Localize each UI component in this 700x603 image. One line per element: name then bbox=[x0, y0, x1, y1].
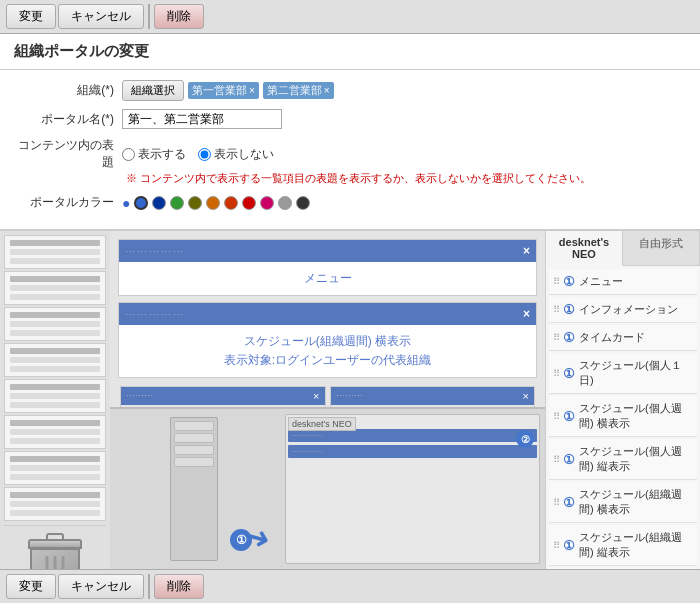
right-item-timecard[interactable]: ⠿ ① タイムカード bbox=[549, 325, 697, 351]
sidebar-widget-0[interactable] bbox=[4, 235, 106, 269]
color-red-orange[interactable] bbox=[224, 196, 238, 210]
sidebar-widget-2[interactable] bbox=[4, 307, 106, 341]
update-button-bottom[interactable]: 変更 bbox=[6, 574, 56, 599]
webmail-dots: ⋯⋯⋯ bbox=[126, 391, 153, 401]
portal-canvas: ⋯⋯⋯⋯⋯ × メニュー ⋯⋯⋯⋯⋯ × bbox=[110, 231, 545, 407]
mini-sidebar-item-2 bbox=[174, 433, 214, 443]
org-tag-1-close[interactable]: × bbox=[249, 85, 255, 96]
portal-editor: Trash Box ⋯⋯⋯⋯⋯ × メニュー bbox=[0, 231, 545, 569]
drag-handle-schedule-day: ⠿ bbox=[553, 368, 560, 379]
sidebar-widget-1[interactable] bbox=[4, 271, 106, 305]
step2-badge: ② bbox=[516, 430, 534, 448]
color-selected-indicator: ● bbox=[122, 195, 130, 211]
sidebar-widget-6[interactable] bbox=[4, 451, 106, 485]
tutorial-mini-sidebar bbox=[170, 417, 218, 561]
menu-block-dots: ⋯⋯⋯⋯⋯ bbox=[125, 246, 185, 257]
bookmark-dots: ⋯⋯⋯ bbox=[336, 391, 363, 401]
hide-radio-item[interactable]: 表示しない bbox=[198, 146, 274, 163]
bottom-toolbar: 変更 キャンセル 削除 bbox=[0, 569, 700, 603]
schedule-link[interactable]: スケジュール(組織週間) 横表示 bbox=[125, 333, 530, 350]
portal-block-menu-header[interactable]: ⋯⋯⋯⋯⋯ × bbox=[119, 240, 536, 262]
webmail-close[interactable]: × bbox=[313, 390, 319, 402]
menu-link[interactable]: メニュー bbox=[125, 270, 530, 287]
item-label-info: インフォメーション bbox=[579, 302, 678, 317]
mini-block-2: ⋯⋯⋯⋯ bbox=[288, 445, 537, 458]
color-blue[interactable] bbox=[134, 196, 148, 210]
org-tag-2-close[interactable]: × bbox=[324, 85, 330, 96]
item-label-schedule-week-v: スケジュール(個人週間) 縦表示 bbox=[579, 444, 693, 474]
right-item-schedule-week-h[interactable]: ⠿ ① スケジュール(個人週間) 横表示 bbox=[549, 396, 697, 437]
right-panel-items: ⠿ ① メニュー ⠿ ① インフォメーション ⠿ ① タイムカード ⠿ ① bbox=[546, 266, 700, 569]
sidebar-widget-5[interactable] bbox=[4, 415, 106, 449]
tutorial-area: ① ➜ desknet's NEO bbox=[110, 407, 545, 569]
show-radio[interactable] bbox=[122, 148, 135, 161]
delete-button-bottom[interactable]: 削除 bbox=[154, 574, 204, 599]
item-label-schedule-week-h: スケジュール(個人週間) 横表示 bbox=[579, 401, 693, 431]
item-icon-schedule-org-v: ① bbox=[563, 538, 575, 553]
tab-freeform[interactable]: 自由形式 bbox=[623, 231, 700, 265]
top-toolbar: 変更 キャンセル 削除 bbox=[0, 0, 700, 34]
drag-handle-schedule-org-v: ⠿ bbox=[553, 540, 560, 551]
right-item-schedule-day[interactable]: ⠿ ① スケジュール(個人１日) bbox=[549, 353, 697, 394]
right-item-menu[interactable]: ⠿ ① メニュー bbox=[549, 269, 697, 295]
webmail-block-header[interactable]: ⋯⋯⋯ × bbox=[121, 387, 325, 405]
color-olive[interactable] bbox=[188, 196, 202, 210]
cancel-button-bottom[interactable]: キャンセル bbox=[58, 574, 144, 599]
drag-handle-info: ⠿ bbox=[553, 304, 560, 315]
item-icon-schedule-org-h: ① bbox=[563, 495, 575, 510]
item-label-schedule-org-v: スケジュール(組織週間) 縦表示 bbox=[579, 530, 693, 560]
page-title-bar: 組織ポータルの変更 bbox=[0, 34, 700, 70]
cancel-button-top[interactable]: キャンセル bbox=[58, 4, 144, 29]
content-title-label: コンテンツ内の表題 bbox=[14, 137, 114, 171]
sidebar-widget-3[interactable] bbox=[4, 343, 106, 377]
right-item-schedule-org-h[interactable]: ⠿ ① スケジュール(組織週間) 横表示 bbox=[549, 482, 697, 523]
update-button-top[interactable]: 変更 bbox=[6, 4, 56, 29]
show-radio-item[interactable]: 表示する bbox=[122, 146, 186, 163]
content-title-note: ※ コンテンツ内で表示する一覧項目の表題を表示するか、表示しないかを選択してくだ… bbox=[126, 172, 591, 184]
sidebar-widget-7[interactable] bbox=[4, 487, 106, 521]
bookmark-block-header[interactable]: ⋯⋯⋯ × bbox=[331, 387, 535, 405]
color-pink[interactable] bbox=[260, 196, 274, 210]
org-select-button[interactable]: 組織選択 bbox=[122, 80, 184, 101]
delete-button-top[interactable]: 削除 bbox=[154, 4, 204, 29]
color-green[interactable] bbox=[170, 196, 184, 210]
menu-block-close[interactable]: × bbox=[523, 244, 530, 258]
portal-block-row-inner: ⋯⋯⋯ × ウェブメール(個人アカウント) ⋯⋯⋯ × bbox=[118, 384, 537, 407]
item-icon-schedule-week-v: ① bbox=[563, 452, 575, 467]
color-dark[interactable] bbox=[296, 196, 310, 210]
trash-can-body bbox=[30, 548, 80, 569]
portal-name-input[interactable] bbox=[122, 109, 282, 129]
item-label-schedule-day: スケジュール(個人１日) bbox=[579, 358, 693, 388]
hide-radio[interactable] bbox=[198, 148, 211, 161]
org-row: 組織(*) 組織選択 第一営業部 × 第二営業部 × bbox=[14, 80, 686, 101]
item-icon-info: ① bbox=[563, 302, 575, 317]
portal-block-menu-content: メニュー bbox=[119, 262, 536, 295]
color-orange[interactable] bbox=[206, 196, 220, 210]
portal-left-sidebar: Trash Box bbox=[0, 231, 110, 569]
item-icon-menu: ① bbox=[563, 274, 575, 289]
right-item-info[interactable]: ⠿ ① インフォメーション bbox=[549, 297, 697, 323]
bookmark-close[interactable]: × bbox=[523, 390, 529, 402]
drag-handle-timecard: ⠿ bbox=[553, 332, 560, 343]
color-row: ● bbox=[122, 195, 310, 211]
org-selection-area: 組織選択 第一営業部 × 第二営業部 × bbox=[122, 80, 334, 101]
main-content-area: Trash Box ⋯⋯⋯⋯⋯ × メニュー bbox=[0, 230, 700, 569]
portal-block-row: ⋯⋯⋯ × ウェブメール(個人アカウント) ⋯⋯⋯ × bbox=[118, 384, 537, 407]
color-gray[interactable] bbox=[278, 196, 292, 210]
color-navy[interactable] bbox=[152, 196, 166, 210]
right-panel-tabs: desknet's NEO 自由形式 bbox=[546, 231, 700, 266]
portal-block-webmail: ⋯⋯⋯ × ウェブメール(個人アカウント) bbox=[120, 386, 326, 407]
right-item-schedule-org-v[interactable]: ⠿ ① スケジュール(組織週間) 縦表示 bbox=[549, 525, 697, 566]
item-icon-schedule-week-h: ① bbox=[563, 409, 575, 424]
color-red[interactable] bbox=[242, 196, 256, 210]
form-area: 組織(*) 組織選択 第一営業部 × 第二営業部 × ポータル名(*) コンテン… bbox=[0, 70, 700, 230]
tab-desknet[interactable]: desknet's NEO bbox=[546, 231, 623, 266]
schedule-target-link[interactable]: 表示対象:ログインユーザーの代表組織 bbox=[125, 352, 530, 369]
right-item-schedule-week-v[interactable]: ⠿ ① スケジュール(個人週間) 縦表示 bbox=[549, 439, 697, 480]
portal-block-schedule-header[interactable]: ⋯⋯⋯⋯⋯ × bbox=[119, 303, 536, 325]
item-label-menu: メニュー bbox=[579, 274, 623, 289]
portal-name-row: ポータル名(*) bbox=[14, 109, 686, 129]
sidebar-widget-4[interactable] bbox=[4, 379, 106, 413]
portal-block-menu: ⋯⋯⋯⋯⋯ × メニュー bbox=[118, 239, 537, 296]
schedule-block-close[interactable]: × bbox=[523, 307, 530, 321]
